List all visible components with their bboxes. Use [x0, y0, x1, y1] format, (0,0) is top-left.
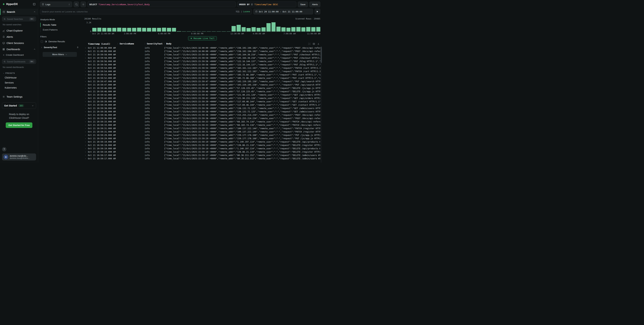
- columns-icon[interactable]: [312, 43, 315, 45]
- sidebar-item-kubernetes[interactable]: Kubernetes: [0, 85, 38, 90]
- row-expand-chevron-icon[interactable]: ›: [83, 67, 88, 69]
- histogram-bar[interactable]: [152, 28, 156, 31]
- histogram-bar[interactable]: [276, 27, 280, 31]
- table-row[interactable]: › Oct 21 10:59:54.000 AM info {"time_loc…: [83, 70, 322, 73]
- table-row[interactable]: › Oct 21 10:59:56.000 AM info {"time_loc…: [83, 63, 322, 66]
- table-row[interactable]: › Oct 21 10:59:36.000 AM info {"time_loc…: [83, 117, 322, 120]
- mode-event-patterns[interactable]: Event Patterns: [40, 27, 79, 32]
- source-settings-button[interactable]: [80, 1, 86, 7]
- split-view-button[interactable]: [74, 1, 79, 7]
- sidebar-item-search[interactable]: Search: [0, 9, 38, 15]
- histogram-bar[interactable]: [172, 28, 176, 31]
- table-row[interactable]: › Oct 21 10:59:38.000 AM info {"time_loc…: [83, 106, 322, 110]
- row-expand-chevron-icon[interactable]: ›: [83, 114, 88, 116]
- table-row[interactable]: › Oct 21 10:59:52.000 AM info {"time_loc…: [83, 76, 322, 80]
- histogram-bar[interactable]: [177, 31, 181, 31]
- alerts-button[interactable]: Alerts: [310, 1, 320, 7]
- saved-dashboards-search[interactable]: ⌘K: [2, 59, 36, 64]
- collapse-sidebar-icon[interactable]: [33, 3, 36, 6]
- row-expand-chevron-icon[interactable]: ›: [83, 60, 88, 62]
- row-expand-chevron-icon[interactable]: ›: [83, 63, 88, 66]
- histogram-bar[interactable]: [316, 27, 320, 31]
- histogram-bar[interactable]: [236, 25, 241, 31]
- histogram-bar[interactable]: [246, 28, 251, 31]
- table-row[interactable]: › Oct 21 10:59:58.000 AM info {"time_loc…: [83, 56, 322, 59]
- table-row[interactable]: › Oct 21 10:59:33.000 AM info {"time_loc…: [83, 123, 322, 127]
- scrollbar-thumb[interactable]: [321, 47, 322, 63]
- table-row[interactable]: › Oct 21 10:59:47.000 AM info {"time_loc…: [83, 80, 322, 83]
- get-started-free-button[interactable]: Get Started for Free: [6, 122, 32, 128]
- saved-dashboards-input[interactable]: [7, 60, 28, 63]
- pin-icon[interactable]: [76, 46, 79, 49]
- sidebar-item-alerts[interactable]: Alerts: [0, 34, 38, 40]
- language-sql-toggle[interactable]: SQL: [236, 10, 240, 13]
- user-menu[interactable]: D dominic.tran@clic... dominic.tran@clic…: [2, 153, 36, 160]
- chevron-up-icon[interactable]: [34, 48, 36, 50]
- histogram-bar[interactable]: [291, 27, 296, 31]
- more-filters-button[interactable]: More filters: [42, 52, 77, 57]
- sidebar-item-clickhouse[interactable]: ClickHouse: [0, 75, 38, 80]
- histogram-bar[interactable]: [122, 28, 126, 31]
- table-row[interactable]: › Oct 21 10:59:47.000 AM info {"time_loc…: [83, 83, 322, 86]
- sidebar-item-chart-explorer[interactable]: Chart Explorer: [0, 27, 38, 34]
- row-expand-chevron-icon[interactable]: ›: [83, 154, 88, 156]
- row-expand-chevron-icon[interactable]: ›: [83, 127, 88, 130]
- histogram-bar[interactable]: [112, 28, 116, 31]
- table-row[interactable]: › Oct 21 10:59:46.000 AM info {"time_loc…: [83, 90, 322, 93]
- histogram-bar[interactable]: [97, 28, 102, 31]
- table-row[interactable]: › Oct 21 10:59:42.000 AM info {"time_loc…: [83, 96, 322, 100]
- row-expand-chevron-icon[interactable]: ›: [83, 90, 88, 93]
- histogram-bar[interactable]: [117, 28, 121, 31]
- histogram-bar[interactable]: [142, 28, 146, 31]
- histogram-bar[interactable]: [262, 27, 266, 31]
- row-expand-chevron-icon[interactable]: ›: [83, 151, 88, 153]
- histogram-bar[interactable]: [92, 28, 96, 31]
- table-row[interactable]: › Oct 21 10:59:52.000 AM info {"time_loc…: [83, 73, 322, 76]
- create-dashboard-button[interactable]: Create Dashboard: [0, 52, 38, 57]
- focus-icon[interactable]: [308, 43, 310, 45]
- histogram-bar[interactable]: [306, 27, 310, 32]
- histogram-bar[interactable]: [147, 28, 151, 31]
- histogram-bar[interactable]: [301, 27, 306, 31]
- sidebar-item-team-settings[interactable]: Team Settings: [0, 94, 38, 100]
- language-lucene-toggle[interactable]: Lucene: [243, 10, 250, 13]
- header-servicename[interactable]: ServiceName: [118, 42, 145, 45]
- saved-searches-search[interactable]: ⌘K: [2, 16, 36, 21]
- row-expand-chevron-icon[interactable]: ›: [83, 141, 88, 143]
- row-expand-chevron-icon[interactable]: ›: [83, 124, 88, 126]
- histogram-bar[interactable]: [162, 28, 166, 31]
- sidebar-item-dashboards[interactable]: Dashboards: [0, 46, 38, 52]
- histogram-bar[interactable]: [132, 28, 136, 31]
- table-row[interactable]: › Oct 21 10:59:17.000 AM info {"time_loc…: [83, 153, 322, 157]
- resume-live-tail-button[interactable]: Resume Live Tail: [188, 36, 216, 40]
- run-query-button[interactable]: [314, 9, 320, 14]
- source-select[interactable]: Logs: [40, 1, 72, 7]
- row-expand-chevron-icon[interactable]: ›: [83, 87, 88, 89]
- row-expand-chevron-icon[interactable]: ›: [83, 120, 88, 123]
- row-expand-chevron-icon[interactable]: ›: [83, 117, 88, 120]
- denoise-results-toggle[interactable]: Denoise Results: [40, 39, 79, 45]
- table-row[interactable]: › Oct 21 10:59:19.000 AM info {"time_loc…: [83, 143, 322, 147]
- facet-severitytext[interactable]: SeverityText: [40, 45, 79, 50]
- histogram-bar[interactable]: [256, 28, 261, 31]
- row-expand-chevron-icon[interactable]: ›: [83, 144, 88, 146]
- presets-section-toggle[interactable]: PRESETS: [0, 70, 38, 75]
- histogram-bar[interactable]: [242, 27, 246, 31]
- histogram-bar[interactable]: [157, 28, 161, 31]
- row-expand-chevron-icon[interactable]: ›: [83, 100, 88, 103]
- chevron-up-icon[interactable]: [34, 11, 36, 13]
- table-row[interactable]: › Oct 21 10:59:31.000 AM info {"time_loc…: [83, 130, 322, 133]
- table-row[interactable]: › Oct 21 11:00:00.000 AM info {"time_loc…: [83, 46, 322, 49]
- help-button[interactable]: ?: [2, 147, 6, 151]
- order-by-editor[interactable]: ORDER BY TimestampTime DESC: [237, 1, 296, 7]
- histogram-bar[interactable]: [167, 28, 171, 31]
- row-expand-chevron-icon[interactable]: ›: [83, 134, 88, 136]
- mode-results-table[interactable]: Results Table: [40, 22, 79, 27]
- histogram-bar[interactable]: [137, 28, 141, 31]
- event-search-input[interactable]: [42, 10, 234, 13]
- histogram-bar[interactable]: [107, 28, 112, 31]
- scrollbar-track[interactable]: [320, 46, 322, 162]
- table-row[interactable]: › Oct 21 10:59:19.000 AM info {"time_loc…: [83, 147, 322, 150]
- histogram-bar[interactable]: [266, 23, 271, 31]
- saved-searches-input[interactable]: [7, 18, 28, 20]
